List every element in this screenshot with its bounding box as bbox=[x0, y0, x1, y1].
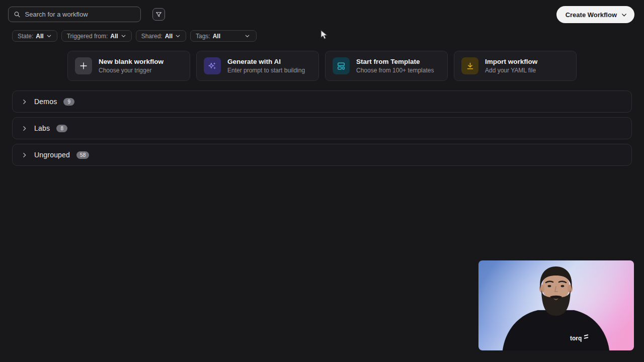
group-count-badge: 8 bbox=[56, 125, 67, 132]
mouse-cursor bbox=[319, 30, 329, 41]
sparkles-icon bbox=[204, 57, 221, 74]
funnel-icon bbox=[155, 11, 162, 18]
filter-value: All bbox=[165, 33, 173, 40]
filter-label: Triggered from: bbox=[67, 33, 108, 40]
chevron-right-icon bbox=[21, 99, 28, 105]
filter-label: State: bbox=[18, 33, 33, 40]
download-icon bbox=[461, 57, 478, 74]
group-count-badge: 58 bbox=[76, 151, 89, 159]
card-subtitle: Enter prompt to start building bbox=[227, 67, 305, 74]
card-title: Start from Template bbox=[356, 58, 434, 65]
chevron-down-icon bbox=[245, 33, 250, 39]
group-name: Labs bbox=[34, 124, 50, 132]
chevron-right-icon bbox=[21, 125, 28, 132]
import-workflow-card[interactable]: Import workflow Add your YAML file bbox=[454, 51, 577, 81]
group-row-ungrouped[interactable]: Ungrouped 58 bbox=[12, 144, 632, 166]
group-row-demos[interactable]: Demos 9 bbox=[12, 90, 632, 113]
plus-icon bbox=[75, 57, 92, 74]
state-filter-dropdown[interactable]: State: All bbox=[12, 30, 57, 42]
card-subtitle: Add your YAML file bbox=[485, 67, 537, 74]
card-title: Generate with AI bbox=[227, 58, 305, 65]
start-from-template-card[interactable]: Start from Template Choose from 100+ tem… bbox=[325, 51, 448, 81]
card-title: New blank workflow bbox=[99, 58, 164, 65]
chevron-down-icon bbox=[621, 12, 627, 18]
group-row-labs[interactable]: Labs 8 bbox=[12, 117, 632, 139]
workflow-search-box[interactable] bbox=[8, 7, 141, 22]
group-name: Ungrouped bbox=[34, 151, 70, 159]
card-subtitle: Choose your trigger bbox=[99, 67, 164, 74]
search-input[interactable] bbox=[25, 11, 135, 18]
create-workflow-label: Create Workflow bbox=[566, 11, 617, 19]
triggered-from-filter-dropdown[interactable]: Triggered from: All bbox=[61, 30, 132, 42]
filter-label: Tags: bbox=[196, 33, 210, 40]
action-cards-row: New blank workflow Choose your trigger G… bbox=[67, 51, 577, 81]
card-title: Import workflow bbox=[485, 58, 537, 65]
template-icon bbox=[333, 57, 350, 74]
workflow-groups-list: Demos 9 Labs 8 Ungrouped 58 bbox=[12, 90, 632, 170]
filter-label: Shared: bbox=[141, 33, 163, 40]
chevron-right-icon bbox=[21, 152, 28, 158]
card-subtitle: Choose from 100+ templates bbox=[356, 67, 434, 74]
tags-filter-dropdown[interactable]: Tags: All bbox=[190, 30, 257, 42]
group-count-badge: 9 bbox=[63, 98, 74, 106]
chevron-down-icon bbox=[121, 33, 126, 39]
filter-value: All bbox=[36, 33, 43, 40]
group-name: Demos bbox=[34, 98, 57, 106]
filter-value: All bbox=[110, 33, 118, 40]
presenter-webcam-image: torq bbox=[478, 260, 634, 350]
chevron-down-icon bbox=[175, 33, 181, 39]
shirt-logo-text: torq bbox=[570, 335, 582, 342]
filter-bar: State: All Triggered from: All Shared: A… bbox=[12, 30, 257, 42]
filter-button[interactable] bbox=[152, 8, 165, 21]
filter-value: All bbox=[213, 33, 220, 40]
generate-with-ai-card[interactable]: Generate with AI Enter prompt to start b… bbox=[196, 51, 319, 81]
search-icon bbox=[14, 11, 21, 18]
presenter-video-overlay[interactable]: torq bbox=[478, 260, 634, 350]
new-blank-workflow-card[interactable]: New blank workflow Choose your trigger bbox=[67, 51, 190, 81]
create-workflow-button[interactable]: Create Workflow bbox=[556, 6, 634, 23]
shared-filter-dropdown[interactable]: Shared: All bbox=[136, 30, 186, 42]
chevron-down-icon bbox=[46, 33, 52, 39]
